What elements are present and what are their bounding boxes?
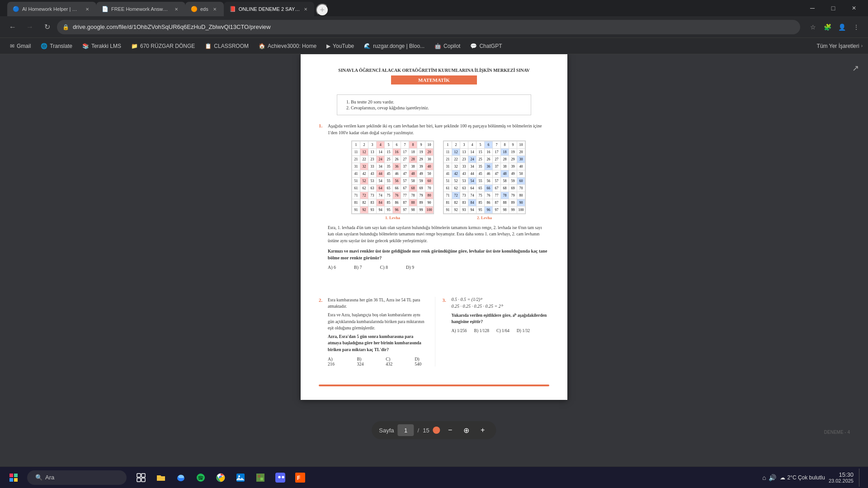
chatgpt-icon: 💬	[470, 43, 477, 49]
discord-button[interactable]	[271, 469, 289, 487]
q1-question: Kırmızı ve mavi renkler üst üste geldiği…	[328, 248, 549, 261]
bookmark-ruzgar-blog[interactable]: 🌊 ruzgar.donge | Bloo...	[359, 41, 429, 51]
q3-question: Yukarıda verilen eşitliklere göre, aᵇ aş…	[452, 312, 550, 325]
zoom-in-button[interactable]: +	[476, 424, 489, 436]
tab3-close[interactable]: ✕	[211, 5, 218, 13]
tab1-close[interactable]: ✕	[84, 5, 91, 13]
file-explorer-button[interactable]	[152, 469, 170, 487]
bookmark-achieve[interactable]: 🏠 Achieve3000: Home	[254, 41, 321, 51]
grid2-label: 2. Levha	[443, 216, 526, 220]
url-bar[interactable]: 🔒 drive.google.com/file/d/1OhbZVohSqUR6q…	[57, 20, 800, 34]
tab2-close[interactable]: ✕	[173, 5, 180, 13]
bookmark-copilot[interactable]: 🤖 Copilot	[430, 41, 465, 51]
photos-button[interactable]	[231, 469, 250, 487]
taskbar: 🔍 Ara F ⌂	[0, 466, 868, 488]
minimize-button[interactable]: ─	[802, 1, 823, 15]
terakki-label: Terakki LMS	[91, 43, 121, 49]
task-view-button[interactable]	[132, 469, 150, 487]
grids-container: 12345678910 11121314151617181920 2122232…	[328, 141, 549, 220]
all-bookmarks-label[interactable]: Tüm Yer İşaretleri	[817, 43, 859, 49]
edge-browser-button[interactable]	[172, 469, 190, 487]
ruzgar-label: 670 RÜZGAR DÖNGЕ	[140, 43, 195, 49]
q1-answer-b: B) 7	[354, 265, 362, 270]
page-label: Sayfa	[379, 427, 394, 434]
tray-clock: 15:30 23.02.2025	[829, 471, 854, 483]
pdf-header: SINAVLA ÖĞRENCİ ALACAK ORTAÖĞRETİM KURUM…	[319, 68, 549, 89]
q1-answer-a: A) 6	[328, 265, 336, 270]
forward-button[interactable]: →	[23, 20, 37, 34]
grid-1: 12345678910 11121314151617181920 2122232…	[351, 141, 434, 220]
tab-3[interactable]: 🟠 eds ✕	[185, 2, 224, 16]
faceit-button[interactable]: F	[291, 469, 309, 487]
ruzgar-blog-icon: 🌊	[364, 43, 371, 49]
chatgpt-label: ChatGPT	[479, 43, 502, 49]
tab4-close[interactable]: ✕	[303, 5, 309, 13]
bookmark-terakki[interactable]: 📚 Terakki LMS	[78, 41, 126, 51]
question-1: 1. Aşağıda verilen kare şeklinde iki eş …	[319, 122, 549, 270]
extensions-button[interactable]: 🧩	[821, 21, 834, 33]
q3-answer-c: C) 1/64	[496, 328, 509, 333]
bookmarks-right: Tüm Yer İşaretleri ›	[817, 43, 863, 49]
bookmark-translate[interactable]: 🌐 Translate	[36, 41, 77, 51]
q2-answers: A) 216 B) 324 C) 432 D) 540	[328, 357, 426, 366]
svg-rect-3	[14, 478, 18, 482]
maximize-button[interactable]: □	[823, 1, 844, 15]
number-grid-2: 12345678910 11121314151617181920 2122232…	[443, 141, 526, 214]
q3-answer-b: B) 1/128	[474, 328, 490, 333]
svg-point-13	[238, 475, 240, 477]
bookmark-ruzgar[interactable]: 📁 670 RÜZGAR DÖNGЕ	[127, 41, 199, 51]
show-desktop-button[interactable]	[859, 469, 863, 487]
grid1-label: 1. Levha	[351, 216, 434, 220]
q2-answer-a: A) 216	[328, 357, 339, 366]
refresh-button[interactable]: ↻	[40, 20, 54, 34]
bookmarks-bar: ✉ Gmail 🌐 Translate 📚 Terakki LMS 📁 670 …	[0, 38, 868, 54]
close-button[interactable]: ✕	[844, 1, 864, 15]
time-display: 15:30	[829, 471, 854, 478]
bookmark-chatgpt[interactable]: 💬 ChatGPT	[466, 41, 506, 51]
start-button[interactable]	[4, 469, 24, 486]
tab-4-active[interactable]: 📕 ONLINE DENEME 2 SAYISAL.pd... ✕	[224, 2, 314, 16]
bookmark-gmail[interactable]: ✉ Gmail	[5, 41, 35, 51]
spotify-button[interactable]	[192, 469, 210, 487]
q3-answers: A) 1/256 B) 1/128 C) 1/64 D) 1/32	[452, 328, 550, 333]
tab-1[interactable]: 🔵 AI Homework Helper | Quizge... ✕	[7, 2, 96, 16]
menu-button[interactable]: ⋮	[850, 21, 863, 33]
pdf-viewer: SINAVLA ÖĞRENCİ ALACAK ORTAÖĞRETİM KURUM…	[301, 54, 567, 400]
open-external-button[interactable]: ↗	[852, 63, 859, 73]
pdf-info-box: 1. Bu testte 20 soru vardır. 2. Cevaplar…	[337, 94, 531, 115]
svg-rect-1	[14, 474, 18, 477]
page-input[interactable]	[398, 424, 414, 436]
minecraft-button[interactable]	[251, 469, 269, 487]
addressbar: ← → ↻ 🔒 drive.google.com/file/d/1OhbZVoh…	[0, 16, 868, 38]
q2-answer-d: D) 540	[415, 357, 425, 366]
star-button[interactable]: ☆	[807, 21, 819, 33]
date-display: 23.02.2025	[829, 478, 854, 483]
svg-rect-5	[142, 474, 145, 477]
bookmark-classroom[interactable]: 📋 CLASSROOM	[200, 41, 253, 51]
system-tray: ⌂ 🔊 ☁ 2°C Çok bulutlu 15:30 23.02.2025	[757, 467, 868, 488]
svg-rect-7	[142, 478, 145, 482]
search-icon: 🔍	[35, 474, 42, 481]
tab3-label: eds	[200, 6, 208, 12]
q2-text1: Esra kumbarasına her gün 36 TL, Azra ise…	[328, 297, 426, 310]
zoom-out-button[interactable]: −	[444, 424, 457, 436]
cloud-icon: ☁	[780, 474, 785, 481]
volume-icon[interactable]: 🔊	[769, 474, 776, 481]
tab-2[interactable]: 📄 FREE Homework Answers from... ✕	[96, 2, 185, 16]
svg-text:F: F	[297, 475, 300, 481]
network-icon[interactable]: ⌂	[762, 474, 766, 481]
grid-2: 12345678910 11121314151617181920 2122232…	[443, 141, 526, 220]
translate-icon: 🌐	[41, 43, 47, 49]
chrome-button[interactable]	[212, 469, 230, 487]
back-button[interactable]: ←	[5, 20, 20, 34]
profile-button[interactable]: 👤	[835, 21, 848, 33]
zoom-fit-button[interactable]: ⊕	[460, 424, 473, 436]
bookmark-youtube[interactable]: ▶ YouTube	[322, 41, 359, 51]
tab4-favicon: 📕	[229, 6, 236, 12]
tab1-label: AI Homework Helper | Quizge...	[22, 6, 81, 12]
new-tab-button[interactable]: +	[316, 4, 329, 16]
spacer	[319, 279, 549, 297]
copilot-icon: 🤖	[434, 43, 441, 49]
weather-text: 2°C Çok bulutlu	[787, 474, 825, 481]
taskbar-search-bar[interactable]: 🔍 Ara	[27, 470, 127, 485]
